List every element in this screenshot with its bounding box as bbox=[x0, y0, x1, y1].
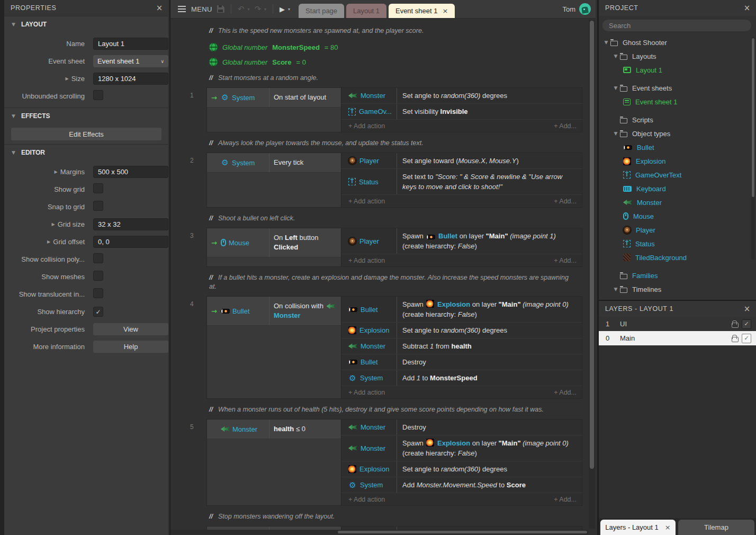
unlock-icon[interactable] bbox=[732, 320, 738, 328]
preview-play-icon[interactable]: ▶ bbox=[280, 5, 285, 13]
menu-button[interactable]: MENU bbox=[177, 5, 212, 13]
close-icon[interactable]: × bbox=[744, 3, 751, 13]
show-collision-checkbox[interactable] bbox=[93, 253, 103, 263]
chevron-down-icon[interactable]: ▼ bbox=[611, 54, 620, 59]
action-text[interactable]: Spawn Explosion on layer "Main" (image p… bbox=[397, 435, 582, 461]
section-effects[interactable]: ▼ EFFECTS bbox=[4, 108, 168, 124]
condition-text[interactable]: health ≤ 0 bbox=[269, 420, 341, 439]
condition-text[interactable]: Every tick bbox=[269, 153, 341, 172]
comment[interactable]: //If a bullet hits a monster, create an … bbox=[209, 273, 575, 291]
tree-item-tiledbackground[interactable]: TiledBackground bbox=[599, 251, 756, 264]
tree-item-bullet[interactable]: Bullet bbox=[599, 140, 756, 154]
section-layout[interactable]: ▼ LAYOUT bbox=[4, 16, 168, 32]
tree-item-timelines[interactable]: ▼Timelines bbox=[599, 282, 756, 296]
action-row[interactable]: Monster Destroy bbox=[341, 420, 582, 435]
event-sheet-dropdown[interactable]: Event sheet 1 ∨ bbox=[93, 55, 168, 67]
show-meshes-checkbox[interactable] bbox=[93, 271, 103, 281]
add-more-link[interactable]: + Add... bbox=[554, 198, 577, 205]
tree-item-keyboard[interactable]: Keyboard bbox=[599, 182, 756, 195]
tree-item-gameovertext[interactable]: GameOverText bbox=[599, 168, 756, 182]
action-row[interactable]: Monster Spawn Explosion on layer "Main" … bbox=[341, 435, 582, 461]
action-row[interactable]: Monster Subtract 1 from health bbox=[341, 338, 582, 354]
unbounded-scrolling-checkbox[interactable] bbox=[93, 90, 103, 100]
comment[interactable]: //When a monster runs out of health (5 h… bbox=[209, 405, 575, 414]
layer-row-ui[interactable]: 1 UI ✓ bbox=[599, 317, 756, 331]
action-row[interactable]: Status Set text to "Score: " & Score & n… bbox=[341, 169, 582, 195]
comment[interactable]: //Shoot a bullet on left click. bbox=[209, 214, 575, 223]
search-input[interactable] bbox=[602, 22, 751, 30]
action-text[interactable]: Set visibility Invisible bbox=[397, 104, 582, 119]
global-variable-row[interactable]: Global number MonsterSpeed = 80 bbox=[209, 40, 582, 54]
action-row[interactable]: Monster Set angle to random(360) degrees bbox=[341, 88, 582, 104]
tree-item-families[interactable]: Families bbox=[599, 269, 756, 282]
tree-item-mouse[interactable]: Mouse bbox=[599, 209, 756, 223]
tree-item-monster[interactable]: Monster bbox=[599, 195, 756, 209]
name-input[interactable] bbox=[93, 38, 168, 50]
action-row[interactable]: Bullet Spawn Explosion on layer "Main" (… bbox=[341, 297, 582, 323]
tab-tilemap[interactable]: Tilemap bbox=[678, 520, 754, 535]
add-action-link[interactable]: + Add action bbox=[348, 389, 385, 396]
conditions-column[interactable]: → Mouse On Left button Clicked bbox=[207, 228, 341, 266]
action-text[interactable]: Set angle to random(360) degrees bbox=[397, 323, 582, 338]
add-more-link[interactable]: + Add... bbox=[554, 257, 577, 264]
action-row[interactable]: Bullet Destroy bbox=[341, 354, 582, 370]
chevron-down-icon[interactable]: ▼ bbox=[611, 287, 620, 292]
action-row[interactable]: System Add 1 to MonsterSpeed bbox=[341, 370, 582, 386]
tree-item-partial[interactable] bbox=[599, 296, 756, 300]
grid-offset-input[interactable] bbox=[93, 236, 168, 248]
edit-effects-button[interactable]: Edit Effects bbox=[11, 128, 161, 140]
show-grid-checkbox[interactable] bbox=[93, 183, 103, 193]
view-button[interactable]: View bbox=[93, 323, 168, 335]
close-icon[interactable]: × bbox=[442, 7, 448, 15]
tree-item-scripts[interactable]: Scripts bbox=[599, 113, 756, 127]
tree-item-player[interactable]: Player bbox=[599, 223, 756, 237]
section-editor[interactable]: ▼ EDITOR bbox=[4, 144, 168, 160]
horizontal-scrollbar[interactable] bbox=[170, 530, 588, 534]
add-more-link[interactable]: + Add... bbox=[554, 122, 577, 130]
tree-item-explosion[interactable]: Explosion bbox=[599, 154, 756, 168]
add-action-link[interactable]: + Add action bbox=[348, 122, 385, 130]
comment[interactable]: //Stop monsters wandering off the layout… bbox=[209, 512, 575, 521]
tab-layout-1[interactable]: Layout 1 bbox=[346, 4, 386, 18]
undo-icon[interactable]: ↶ bbox=[238, 5, 245, 13]
conditions-column[interactable]: → Bullet On collision with Monster bbox=[207, 297, 341, 398]
vertical-scrollbar[interactable] bbox=[589, 20, 595, 529]
undo-dropdown-icon[interactable]: ▾ bbox=[247, 7, 249, 12]
scrollbar-thumb[interactable] bbox=[752, 38, 754, 197]
action-text[interactable]: Spawn Bullet on layer "Main" (image poin… bbox=[397, 228, 582, 254]
close-icon[interactable]: × bbox=[744, 304, 751, 314]
scrollbar-thumb[interactable] bbox=[338, 531, 587, 533]
action-text[interactable]: Subtract 1 from health bbox=[397, 338, 582, 354]
action-row[interactable]: System Add Monster.Movement.Speed to Sco… bbox=[341, 477, 582, 493]
add-action-link[interactable]: + Add action bbox=[348, 257, 385, 264]
close-icon[interactable]: × bbox=[665, 523, 671, 531]
layer-visibility-checkbox[interactable]: ✓ bbox=[742, 334, 751, 343]
add-more-link[interactable]: + Add... bbox=[554, 496, 577, 503]
tab-start-page[interactable]: Start page bbox=[299, 4, 344, 18]
comment[interactable]: //Always look the player towards the mou… bbox=[209, 139, 575, 148]
action-row[interactable]: Explosion Set angle to random(360) degre… bbox=[341, 461, 582, 477]
action-row[interactable]: GameOv... Set visibility Invisible bbox=[341, 104, 582, 120]
chevron-down-icon[interactable]: ▼ bbox=[602, 40, 610, 45]
action-text[interactable]: Add Monster.Movement.Speed to Score bbox=[397, 477, 582, 493]
tab-layers-layout-1[interactable]: Layers - Layout 1 × bbox=[600, 520, 676, 535]
chevron-down-icon[interactable]: ▼ bbox=[611, 131, 620, 136]
action-text[interactable]: Set angle to random(360) degrees bbox=[397, 461, 582, 477]
conditions-column[interactable]: → System On start of layout bbox=[207, 88, 341, 132]
condition-text[interactable]: On collision with Monster bbox=[269, 297, 341, 325]
expand-arrow-icon[interactable]: ▶ bbox=[66, 76, 69, 81]
grid-size-input[interactable] bbox=[93, 218, 168, 230]
save-icon[interactable] bbox=[217, 5, 224, 13]
redo-icon[interactable]: ↷ bbox=[254, 5, 261, 13]
condition-text[interactable]: On start of layout bbox=[269, 88, 341, 107]
action-text[interactable]: Destroy bbox=[397, 354, 582, 370]
add-action-link[interactable]: + Add action bbox=[348, 496, 385, 503]
layer-row-main[interactable]: 0 Main ✓ bbox=[599, 331, 756, 345]
show-hierarchy-checkbox[interactable]: ✓ bbox=[93, 307, 103, 317]
tree-item-event-sheets[interactable]: ▼Event sheets bbox=[599, 81, 756, 95]
tree-item-ghost-shooter[interactable]: ▼Ghost Shooter bbox=[599, 35, 756, 49]
tree-item-object-types[interactable]: ▼Object types bbox=[599, 127, 756, 140]
action-row[interactable]: Explosion Set angle to random(360) degre… bbox=[341, 323, 582, 338]
size-input[interactable] bbox=[93, 73, 168, 85]
expand-arrow-icon[interactable]: ▶ bbox=[55, 170, 58, 174]
